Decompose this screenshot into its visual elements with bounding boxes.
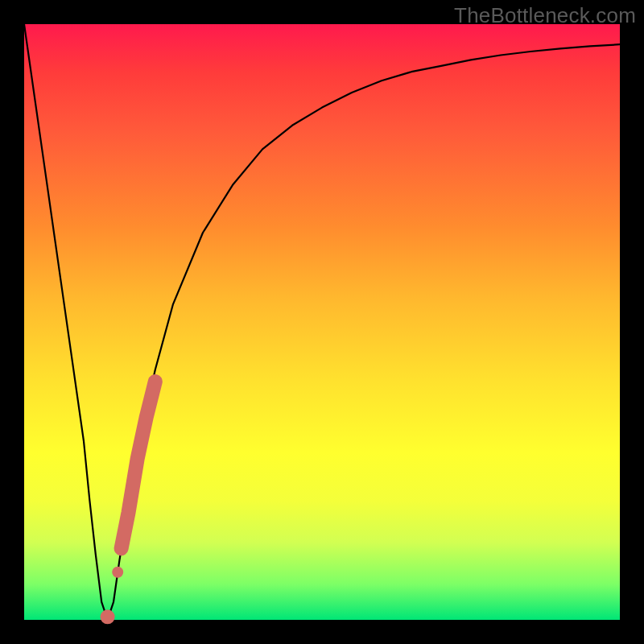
highlight-dot [112, 567, 123, 578]
highlight-segment-thick [122, 382, 155, 548]
plot-area [24, 24, 620, 620]
chart-svg [24, 24, 620, 620]
chart-frame: TheBottleneck.com [0, 0, 644, 644]
watermark-text: TheBottleneck.com [454, 3, 636, 28]
highlight-dot [101, 609, 115, 624]
bottleneck-curve [24, 24, 620, 620]
